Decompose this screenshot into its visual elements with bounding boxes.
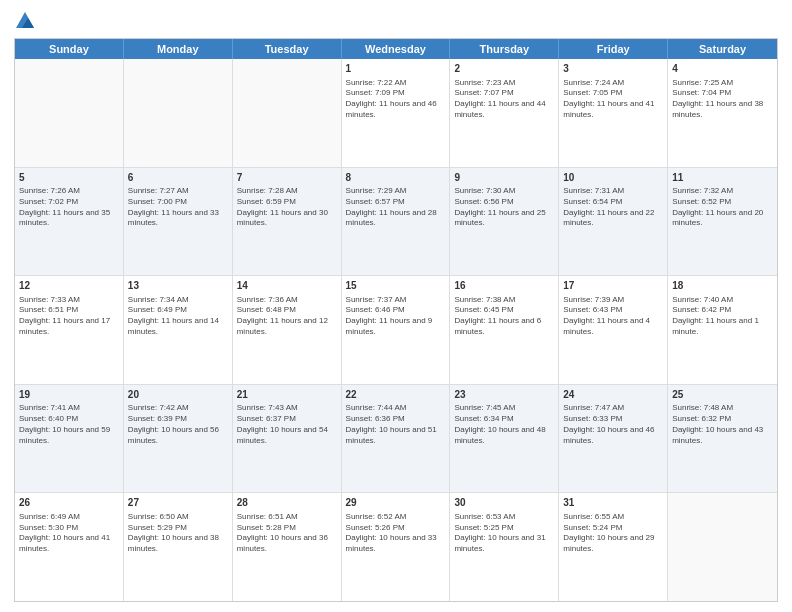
day-number: 30 [454,496,554,510]
header [14,10,778,32]
calendar-row: 12Sunrise: 7:33 AM Sunset: 6:51 PM Dayli… [15,276,777,385]
calendar-cell: 31Sunrise: 6:55 AM Sunset: 5:24 PM Dayli… [559,493,668,601]
day-number: 29 [346,496,446,510]
calendar-cell: 6Sunrise: 7:27 AM Sunset: 7:00 PM Daylig… [124,168,233,276]
day-info: Sunrise: 7:30 AM Sunset: 6:56 PM Dayligh… [454,186,554,229]
day-info: Sunrise: 7:45 AM Sunset: 6:34 PM Dayligh… [454,403,554,446]
day-info: Sunrise: 7:28 AM Sunset: 6:59 PM Dayligh… [237,186,337,229]
day-number: 15 [346,279,446,293]
day-number: 12 [19,279,119,293]
day-info: Sunrise: 7:24 AM Sunset: 7:05 PM Dayligh… [563,78,663,121]
day-number: 5 [19,171,119,185]
calendar-header: SundayMondayTuesdayWednesdayThursdayFrid… [15,39,777,59]
day-info: Sunrise: 7:34 AM Sunset: 6:49 PM Dayligh… [128,295,228,338]
day-number: 21 [237,388,337,402]
calendar-cell: 23Sunrise: 7:45 AM Sunset: 6:34 PM Dayli… [450,385,559,493]
day-number: 11 [672,171,773,185]
calendar-row: 19Sunrise: 7:41 AM Sunset: 6:40 PM Dayli… [15,385,777,494]
calendar-header-cell: Monday [124,39,233,59]
calendar-cell: 16Sunrise: 7:38 AM Sunset: 6:45 PM Dayli… [450,276,559,384]
calendar-cell: 18Sunrise: 7:40 AM Sunset: 6:42 PM Dayli… [668,276,777,384]
calendar-cell: 10Sunrise: 7:31 AM Sunset: 6:54 PM Dayli… [559,168,668,276]
day-info: Sunrise: 6:55 AM Sunset: 5:24 PM Dayligh… [563,512,663,555]
day-number: 9 [454,171,554,185]
calendar-cell: 25Sunrise: 7:48 AM Sunset: 6:32 PM Dayli… [668,385,777,493]
day-number: 19 [19,388,119,402]
calendar-cell: 15Sunrise: 7:37 AM Sunset: 6:46 PM Dayli… [342,276,451,384]
calendar-cell [668,493,777,601]
calendar-row: 5Sunrise: 7:26 AM Sunset: 7:02 PM Daylig… [15,168,777,277]
calendar-cell: 3Sunrise: 7:24 AM Sunset: 7:05 PM Daylig… [559,59,668,167]
calendar-cell: 30Sunrise: 6:53 AM Sunset: 5:25 PM Dayli… [450,493,559,601]
day-info: Sunrise: 7:26 AM Sunset: 7:02 PM Dayligh… [19,186,119,229]
calendar-header-cell: Sunday [15,39,124,59]
day-number: 2 [454,62,554,76]
calendar-cell: 29Sunrise: 6:52 AM Sunset: 5:26 PM Dayli… [342,493,451,601]
calendar-cell: 27Sunrise: 6:50 AM Sunset: 5:29 PM Dayli… [124,493,233,601]
day-info: Sunrise: 7:39 AM Sunset: 6:43 PM Dayligh… [563,295,663,338]
day-number: 8 [346,171,446,185]
day-number: 14 [237,279,337,293]
calendar-cell: 4Sunrise: 7:25 AM Sunset: 7:04 PM Daylig… [668,59,777,167]
logo-icon [14,10,36,32]
day-info: Sunrise: 7:38 AM Sunset: 6:45 PM Dayligh… [454,295,554,338]
calendar-cell: 12Sunrise: 7:33 AM Sunset: 6:51 PM Dayli… [15,276,124,384]
calendar-cell: 9Sunrise: 7:30 AM Sunset: 6:56 PM Daylig… [450,168,559,276]
day-info: Sunrise: 7:48 AM Sunset: 6:32 PM Dayligh… [672,403,773,446]
day-number: 18 [672,279,773,293]
day-info: Sunrise: 7:47 AM Sunset: 6:33 PM Dayligh… [563,403,663,446]
day-info: Sunrise: 6:49 AM Sunset: 5:30 PM Dayligh… [19,512,119,555]
calendar-header-cell: Friday [559,39,668,59]
calendar-cell [233,59,342,167]
day-info: Sunrise: 7:27 AM Sunset: 7:00 PM Dayligh… [128,186,228,229]
calendar-cell: 2Sunrise: 7:23 AM Sunset: 7:07 PM Daylig… [450,59,559,167]
day-number: 28 [237,496,337,510]
day-info: Sunrise: 7:37 AM Sunset: 6:46 PM Dayligh… [346,295,446,338]
calendar-cell: 17Sunrise: 7:39 AM Sunset: 6:43 PM Dayli… [559,276,668,384]
calendar-cell: 11Sunrise: 7:32 AM Sunset: 6:52 PM Dayli… [668,168,777,276]
day-number: 25 [672,388,773,402]
calendar-row: 26Sunrise: 6:49 AM Sunset: 5:30 PM Dayli… [15,493,777,601]
day-number: 6 [128,171,228,185]
day-number: 31 [563,496,663,510]
day-number: 17 [563,279,663,293]
day-info: Sunrise: 7:22 AM Sunset: 7:09 PM Dayligh… [346,78,446,121]
calendar-header-cell: Tuesday [233,39,342,59]
day-number: 24 [563,388,663,402]
calendar-cell: 26Sunrise: 6:49 AM Sunset: 5:30 PM Dayli… [15,493,124,601]
calendar-header-cell: Saturday [668,39,777,59]
day-info: Sunrise: 7:23 AM Sunset: 7:07 PM Dayligh… [454,78,554,121]
calendar-cell: 8Sunrise: 7:29 AM Sunset: 6:57 PM Daylig… [342,168,451,276]
day-info: Sunrise: 7:44 AM Sunset: 6:36 PM Dayligh… [346,403,446,446]
calendar-cell: 1Sunrise: 7:22 AM Sunset: 7:09 PM Daylig… [342,59,451,167]
calendar-cell: 5Sunrise: 7:26 AM Sunset: 7:02 PM Daylig… [15,168,124,276]
day-number: 1 [346,62,446,76]
day-number: 27 [128,496,228,510]
calendar-cell: 19Sunrise: 7:41 AM Sunset: 6:40 PM Dayli… [15,385,124,493]
day-info: Sunrise: 6:52 AM Sunset: 5:26 PM Dayligh… [346,512,446,555]
day-number: 22 [346,388,446,402]
day-info: Sunrise: 7:42 AM Sunset: 6:39 PM Dayligh… [128,403,228,446]
day-number: 16 [454,279,554,293]
calendar-cell [124,59,233,167]
day-info: Sunrise: 6:51 AM Sunset: 5:28 PM Dayligh… [237,512,337,555]
day-info: Sunrise: 7:32 AM Sunset: 6:52 PM Dayligh… [672,186,773,229]
calendar-cell: 7Sunrise: 7:28 AM Sunset: 6:59 PM Daylig… [233,168,342,276]
calendar-cell: 24Sunrise: 7:47 AM Sunset: 6:33 PM Dayli… [559,385,668,493]
day-info: Sunrise: 7:31 AM Sunset: 6:54 PM Dayligh… [563,186,663,229]
day-info: Sunrise: 6:53 AM Sunset: 5:25 PM Dayligh… [454,512,554,555]
day-number: 13 [128,279,228,293]
day-info: Sunrise: 7:43 AM Sunset: 6:37 PM Dayligh… [237,403,337,446]
day-info: Sunrise: 7:29 AM Sunset: 6:57 PM Dayligh… [346,186,446,229]
calendar-header-cell: Thursday [450,39,559,59]
calendar-body: 1Sunrise: 7:22 AM Sunset: 7:09 PM Daylig… [15,59,777,601]
logo [14,10,40,32]
day-number: 20 [128,388,228,402]
calendar-cell: 14Sunrise: 7:36 AM Sunset: 6:48 PM Dayli… [233,276,342,384]
day-info: Sunrise: 7:36 AM Sunset: 6:48 PM Dayligh… [237,295,337,338]
day-number: 7 [237,171,337,185]
day-info: Sunrise: 7:25 AM Sunset: 7:04 PM Dayligh… [672,78,773,121]
day-number: 4 [672,62,773,76]
calendar: SundayMondayTuesdayWednesdayThursdayFrid… [14,38,778,602]
calendar-cell: 28Sunrise: 6:51 AM Sunset: 5:28 PM Dayli… [233,493,342,601]
